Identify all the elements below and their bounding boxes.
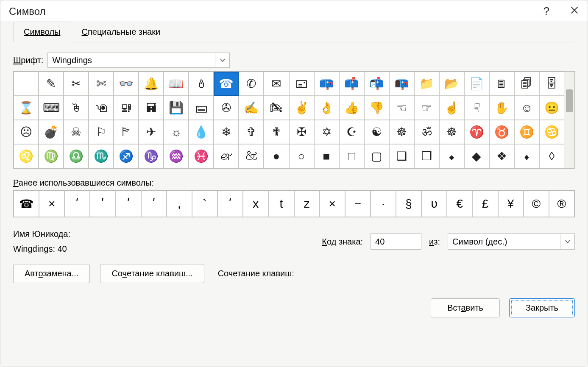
recent-symbol-cell[interactable]: €	[447, 191, 472, 217]
symbol-cell[interactable]: ☝	[439, 96, 464, 120]
recent-symbol-cell[interactable]: υ	[421, 191, 447, 217]
autocorrect-button[interactable]: Автозамена...	[13, 264, 90, 283]
chevron-down-icon[interactable]	[560, 234, 574, 249]
recent-symbol-cell[interactable]: t	[268, 191, 294, 217]
from-select[interactable]: Символ (дес.)	[448, 234, 575, 250]
symbol-cell[interactable]: ♋	[539, 120, 564, 144]
symbol-cell[interactable]: 👌	[314, 96, 339, 120]
scrollbar[interactable]	[564, 72, 574, 168]
symbol-cell[interactable]: 🖰	[64, 96, 89, 120]
symbol-cell[interactable]: 🖳	[114, 96, 139, 120]
symbol-cell[interactable]: ♏	[89, 144, 114, 168]
tab-symbols[interactable]: Символы	[13, 22, 71, 42]
symbol-cell[interactable]: ☹	[14, 120, 39, 144]
symbol-cell[interactable]: 🔔	[139, 72, 164, 96]
symbol-cell[interactable]: ♓	[189, 144, 214, 168]
insert-button[interactable]: Вставить	[431, 298, 500, 317]
symbol-cell[interactable]: ✎	[39, 72, 64, 96]
symbol-cell[interactable]: 🗏	[489, 72, 514, 96]
symbol-cell[interactable]: ✉	[264, 72, 289, 96]
symbol-cell[interactable]: 👍	[339, 96, 364, 120]
recent-symbol-cell[interactable]: ,	[167, 191, 192, 217]
symbol-cell[interactable]: ☞	[414, 96, 439, 120]
symbol-cell[interactable]: ♌	[14, 144, 39, 168]
shortcut-key-button[interactable]: Сочетание клавиш...	[100, 264, 204, 283]
recent-symbol-cell[interactable]: ×	[320, 191, 345, 217]
symbol-cell[interactable]: ✠	[289, 120, 314, 144]
symbol-cell[interactable]: ♍	[39, 144, 64, 168]
symbol-cell[interactable]: 🏱	[114, 120, 139, 144]
recent-symbol-cell[interactable]: z	[294, 191, 320, 217]
symbol-cell[interactable]: ⌨	[39, 96, 64, 120]
symbol-cell[interactable]: ◆	[464, 144, 489, 168]
symbol-cell[interactable]: ☼	[164, 120, 189, 144]
symbol-cell[interactable]: ❄	[214, 120, 239, 144]
symbol-cell[interactable]: ✄	[89, 72, 114, 96]
symbol-cell[interactable]: 🖎	[264, 96, 289, 120]
chevron-down-icon[interactable]	[215, 53, 229, 67]
recent-symbol-cell[interactable]: ©	[524, 191, 549, 217]
symbol-cell[interactable]: ☟	[464, 96, 489, 120]
symbol-cell[interactable]: 👎	[364, 96, 389, 120]
symbol-cell[interactable]: ☜	[389, 96, 414, 120]
symbol-cell[interactable]: ⬥	[439, 144, 464, 168]
symbol-cell[interactable]: ✈	[139, 120, 164, 144]
recent-symbol-cell[interactable]: ʹ	[64, 191, 90, 217]
char-code-input[interactable]	[371, 234, 421, 250]
symbol-cell[interactable]: ○	[289, 144, 314, 168]
recent-symbol-cell[interactable]: ʹ	[141, 191, 167, 217]
recent-symbol-cell[interactable]: −	[345, 191, 371, 217]
symbol-cell[interactable]: 💧	[189, 120, 214, 144]
symbol-cell[interactable]: ❖	[489, 144, 514, 168]
symbol-cell[interactable]: ✋	[489, 96, 514, 120]
symbol-cell[interactable]: ☸	[389, 120, 414, 144]
recent-symbol-cell[interactable]: ʹ	[90, 191, 115, 217]
symbol-cell[interactable]: 📁	[414, 72, 439, 96]
symbol-cell[interactable]: 💾	[164, 96, 189, 120]
symbol-cell[interactable]: ❒	[414, 144, 439, 168]
symbol-cell[interactable]: 🖴	[189, 96, 214, 120]
symbol-cell[interactable]: ✍	[239, 96, 264, 120]
symbol-cell[interactable]: 🙰	[214, 144, 239, 168]
symbol-cell[interactable]: ⚐	[89, 120, 114, 144]
symbol-cell[interactable]: 📬	[364, 72, 389, 96]
font-select[interactable]: Wingdings	[47, 53, 230, 68]
symbol-cell[interactable]: 🙵	[239, 144, 264, 168]
close-icon[interactable]	[570, 6, 579, 16]
recent-symbol-cell[interactable]: ×	[39, 191, 64, 217]
symbol-cell[interactable]: ☠	[64, 120, 89, 144]
symbol-cell[interactable]: ♑	[139, 144, 164, 168]
symbol-cell[interactable]: ⬧	[514, 144, 539, 168]
symbol-cell[interactable]: 📭	[389, 72, 414, 96]
symbol-cell[interactable]: ✡	[314, 120, 339, 144]
symbol-cell[interactable]: ☯	[364, 120, 389, 144]
recent-symbol-cell[interactable]: ¥	[498, 191, 524, 217]
symbol-cell[interactable]: ♐	[114, 144, 139, 168]
symbol-cell[interactable]: 📪	[314, 72, 339, 96]
symbol-cell[interactable]: ✌	[289, 96, 314, 120]
recent-symbol-cell[interactable]: ·	[371, 191, 396, 217]
symbol-cell[interactable]: ☺	[514, 96, 539, 120]
symbol-cell[interactable]: 📄	[464, 72, 489, 96]
symbol-cell[interactable]: ♊	[514, 120, 539, 144]
symbol-cell[interactable]: ♉	[489, 120, 514, 144]
symbol-cell[interactable]: ✆	[239, 72, 264, 96]
symbol-cell[interactable]: ☎	[214, 72, 239, 96]
recent-symbol-cell[interactable]: §	[396, 191, 421, 217]
close-button[interactable]: Закрыть	[509, 298, 575, 317]
scroll-thumb[interactable]	[566, 89, 573, 112]
symbol-cell[interactable]: ☪	[339, 120, 364, 144]
symbol-cell[interactable]: 🖲	[89, 96, 114, 120]
symbol-cell[interactable]: □	[339, 144, 364, 168]
symbol-cell[interactable]: 🕯	[189, 72, 214, 96]
symbol-cell[interactable]: ✟	[264, 120, 289, 144]
symbol-cell[interactable]: 💣	[39, 120, 64, 144]
symbol-cell[interactable]: ♈	[464, 120, 489, 144]
symbol-cell[interactable]: ▢	[364, 144, 389, 168]
symbol-cell[interactable]: ✂	[64, 72, 89, 96]
symbol-cell[interactable]: ♎	[64, 144, 89, 168]
recent-symbol-cell[interactable]: ʹ	[217, 191, 243, 217]
symbol-cell[interactable]: ✞	[239, 120, 264, 144]
symbol-cell[interactable]: ☸	[439, 120, 464, 144]
symbol-cell[interactable]: 🗐	[514, 72, 539, 96]
